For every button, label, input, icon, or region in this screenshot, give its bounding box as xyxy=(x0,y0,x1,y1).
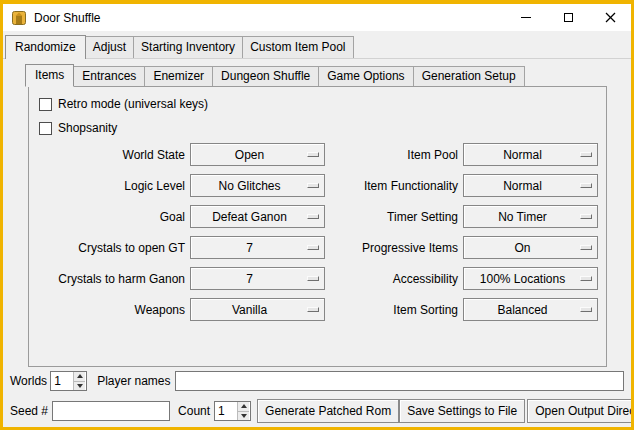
progressive-items-label: Progressive Items xyxy=(330,241,458,255)
checkbox-retro-mode[interactable]: Retro mode (universal keys) xyxy=(37,92,606,116)
minimize-icon xyxy=(521,17,531,18)
tab-entrances[interactable]: Entrances xyxy=(73,66,145,86)
player-names-label: Player names xyxy=(97,374,170,388)
tab-items[interactable]: Items xyxy=(25,64,74,87)
seed-label: Seed # xyxy=(10,404,48,418)
count-label: Count xyxy=(178,404,210,418)
seed-input[interactable] xyxy=(52,401,170,421)
crystals-harm-ganon-label: Crystals to harm Ganon xyxy=(37,272,185,286)
sub-tabs: Items Entrances Enemizer Dungeon Shuffle… xyxy=(25,64,631,86)
weapons-label: Weapons xyxy=(37,303,185,317)
options-grid: World State Open Item Pool Normal Logic … xyxy=(37,143,606,321)
dropdown-value: 100% Locations xyxy=(480,272,565,286)
dropdown-indicator-icon xyxy=(307,276,319,281)
crystals-harm-ganon-dropdown[interactable]: 7 xyxy=(190,267,325,290)
dropdown-indicator-icon xyxy=(307,307,319,312)
seed-row: Seed # Count Generate Patched Rom Save S… xyxy=(3,398,631,424)
dropdown-value: Vanilla xyxy=(232,303,267,317)
timer-setting-dropdown[interactable]: No Timer xyxy=(463,205,598,228)
tab-generation-setup[interactable]: Generation Setup xyxy=(413,66,525,86)
tab-game-options[interactable]: Game Options xyxy=(318,66,413,86)
dropdown-value: Normal xyxy=(503,148,542,162)
weapons-dropdown[interactable]: Vanilla xyxy=(190,298,325,321)
world-state-label: World State xyxy=(37,148,185,162)
player-names-input[interactable] xyxy=(175,371,625,391)
triangle-down-icon xyxy=(241,414,247,418)
dropdown-indicator-icon xyxy=(580,276,592,281)
item-sorting-label: Item Sorting xyxy=(330,303,458,317)
item-functionality-dropdown[interactable]: Normal xyxy=(463,174,598,197)
count-spin-buttons xyxy=(237,402,249,420)
logic-level-dropdown[interactable]: No Glitches xyxy=(190,174,325,197)
triangle-up-icon xyxy=(241,404,247,408)
dropdown-value: No Glitches xyxy=(218,179,280,193)
dropdown-value: Normal xyxy=(503,179,542,193)
accessibility-dropdown[interactable]: 100% Locations xyxy=(463,267,598,290)
count-spin-up-button[interactable] xyxy=(238,402,249,411)
tab-randomize[interactable]: Randomize xyxy=(5,35,86,59)
item-pool-label: Item Pool xyxy=(330,148,458,162)
triangle-down-icon xyxy=(77,384,83,388)
main-tabs: Randomize Adjust Starting Inventory Cust… xyxy=(3,31,631,59)
dropdown-value: Balanced xyxy=(497,303,547,317)
checkbox-label: Retro mode (universal keys) xyxy=(58,97,208,111)
dropdown-value: On xyxy=(514,241,530,255)
dropdown-indicator-icon xyxy=(307,183,319,188)
tab-starting-inventory[interactable]: Starting Inventory xyxy=(133,36,243,58)
item-pool-dropdown[interactable]: Normal xyxy=(463,143,598,166)
dropdown-indicator-icon xyxy=(580,214,592,219)
logic-level-label: Logic Level xyxy=(37,179,185,193)
checkbox-unchecked-icon xyxy=(39,122,52,135)
tab-custom-item-pool[interactable]: Custom Item Pool xyxy=(242,36,353,58)
dropdown-value: 7 xyxy=(246,272,253,286)
timer-setting-label: Timer Setting xyxy=(330,210,458,224)
checkbox-label: Shopsanity xyxy=(58,121,117,135)
goal-dropdown[interactable]: Defeat Ganon xyxy=(190,205,325,228)
dropdown-indicator-icon xyxy=(580,152,592,157)
window-body: Door Shuffle Randomize Adjust Starting I… xyxy=(3,4,631,427)
dropdown-value: No Timer xyxy=(498,210,547,224)
item-sorting-dropdown[interactable]: Balanced xyxy=(463,298,598,321)
triangle-up-icon xyxy=(77,374,83,378)
tab-dungeon-shuffle[interactable]: Dungeon Shuffle xyxy=(212,66,319,86)
worlds-spin-down-button[interactable] xyxy=(74,381,85,391)
dropdown-indicator-icon xyxy=(580,245,592,250)
count-spinbox xyxy=(214,401,251,421)
checkbox-shopsanity[interactable]: Shopsanity xyxy=(37,116,606,140)
goal-label: Goal xyxy=(37,210,185,224)
titlebar: Door Shuffle xyxy=(3,4,631,31)
maximize-icon xyxy=(564,13,573,22)
dropdown-indicator-icon xyxy=(307,214,319,219)
window-title: Door Shuffle xyxy=(34,11,505,25)
crystals-open-gt-label: Crystals to open GT xyxy=(37,241,185,255)
app-icon xyxy=(11,10,27,26)
checkbox-unchecked-icon xyxy=(39,98,52,111)
dropdown-value: Open xyxy=(235,148,264,162)
maximize-button[interactable] xyxy=(547,4,589,31)
worlds-spinbox xyxy=(50,371,87,391)
door-shuffle-window: Door Shuffle Randomize Adjust Starting I… xyxy=(0,0,634,430)
items-panel: Retro mode (universal keys) Shopsanity W… xyxy=(28,86,607,367)
minimize-button[interactable] xyxy=(505,4,547,31)
close-icon xyxy=(605,12,616,23)
worlds-input[interactable] xyxy=(51,372,73,390)
close-button[interactable] xyxy=(589,4,631,31)
save-settings-button[interactable]: Save Settings to File xyxy=(399,399,525,423)
dropdown-indicator-icon xyxy=(580,307,592,312)
tab-enemizer[interactable]: Enemizer xyxy=(144,66,213,86)
worlds-spin-up-button[interactable] xyxy=(74,372,85,381)
worlds-row: Worlds Player names xyxy=(3,370,631,392)
count-input[interactable] xyxy=(215,402,237,420)
dropdown-value: 7 xyxy=(246,241,253,255)
count-spin-down-button[interactable] xyxy=(238,411,249,421)
worlds-label: Worlds xyxy=(10,374,47,388)
progressive-items-dropdown[interactable]: On xyxy=(463,236,598,259)
dropdown-value: Defeat Ganon xyxy=(212,210,287,224)
generate-patched-rom-button[interactable]: Generate Patched Rom xyxy=(257,399,399,423)
open-output-directory-button[interactable]: Open Output Directory xyxy=(527,399,631,423)
tab-adjust[interactable]: Adjust xyxy=(85,36,134,58)
world-state-dropdown[interactable]: Open xyxy=(190,143,325,166)
crystals-open-gt-dropdown[interactable]: 7 xyxy=(190,236,325,259)
dropdown-indicator-icon xyxy=(580,183,592,188)
item-functionality-label: Item Functionality xyxy=(330,179,458,193)
